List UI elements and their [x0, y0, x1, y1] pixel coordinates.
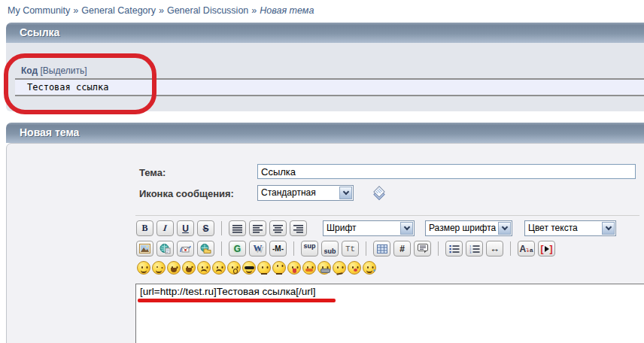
insert-code-button[interactable]: #	[393, 241, 411, 256]
superscript-button[interactable]: sup	[301, 241, 318, 256]
smiley-embarrassed-icon[interactable]	[302, 261, 316, 275]
breadcrumb-separator: »	[73, 5, 78, 16]
numbered-list-icon: 123	[469, 244, 480, 253]
message-icon-select-value: Стандартная	[261, 187, 316, 198]
chevron-down-icon[interactable]	[498, 222, 511, 235]
text-color-select[interactable]: Цвет текста	[524, 220, 616, 236]
font-select-value: Шрифт	[327, 223, 356, 233]
topic-section-header: Ссылка	[6, 23, 644, 43]
text-color-select-value: Цвет текста	[528, 223, 578, 233]
red-curved-arrow-icon: ↴	[524, 247, 530, 253]
chevron-down-icon[interactable]	[400, 222, 413, 235]
hyperlink-button[interactable]	[156, 241, 174, 256]
font-size-select[interactable]: Размер шрифта	[425, 220, 512, 236]
remove-formatting-button[interactable]: A↴a	[518, 241, 535, 256]
strikethrough-button[interactable]: S	[197, 220, 214, 236]
horizontal-rule-button[interactable]: ↔	[486, 241, 503, 256]
subscript-button[interactable]: sub	[321, 241, 339, 256]
code-header: Код [Выделить]	[21, 65, 87, 76]
breadcrumb-separator: »	[251, 5, 257, 16]
bullet-list-button[interactable]	[445, 241, 463, 256]
breadcrumb-link-board[interactable]: General Discussion	[167, 5, 248, 16]
toolbar-separator	[510, 241, 511, 256]
insert-quote-button[interactable]	[414, 241, 431, 256]
chevron-down-icon[interactable]	[602, 222, 615, 235]
smiley-sad-icon[interactable]	[212, 261, 226, 275]
toolbar-divider	[135, 215, 639, 216]
smiley-angry-icon[interactable]	[197, 261, 211, 275]
code-block: Тестовая ссылка	[15, 78, 644, 96]
smiley-cry-icon[interactable]	[363, 261, 376, 275]
code-label: Код	[21, 65, 38, 76]
smiley-smiley-icon[interactable]	[137, 261, 150, 275]
message-icon-label: Иконка сообщения:	[139, 188, 234, 199]
align-center-icon	[273, 224, 284, 233]
smiley-tongue-icon[interactable]	[287, 261, 301, 275]
breadcrumb: My Community»General Category»General Di…	[8, 5, 314, 16]
globe-page-icon	[159, 244, 171, 254]
insert-table-button[interactable]	[373, 241, 390, 256]
toolbar-separator	[221, 241, 222, 256]
quote-icon	[418, 244, 428, 253]
insert-image-button[interactable]	[136, 241, 153, 256]
smiley-grin-icon[interactable]	[182, 261, 196, 275]
svg-text:3: 3	[469, 250, 472, 253]
insert-email-button[interactable]	[177, 241, 194, 256]
chevron-down-icon[interactable]	[339, 187, 352, 199]
align-right-icon	[293, 224, 304, 233]
email-icon	[180, 244, 191, 253]
toolbar-separator	[366, 241, 366, 256]
image-icon	[139, 244, 150, 253]
breadcrumb-link-home[interactable]: My Community	[8, 5, 70, 16]
smiley-strip	[137, 261, 376, 275]
cursor-icon	[545, 246, 549, 252]
align-center-button[interactable]	[269, 220, 287, 236]
preformat-icon	[232, 224, 243, 233]
smiley-cheesy-icon[interactable]	[167, 261, 181, 275]
new-topic-header: Новая тема	[6, 123, 644, 143]
breadcrumb-link-category[interactable]: General Category	[81, 5, 156, 16]
align-left-icon	[253, 224, 263, 233]
glow-button[interactable]: G	[229, 241, 246, 256]
smiley-kiss-icon[interactable]	[348, 261, 361, 275]
standard-post-icon	[372, 186, 387, 201]
message-body-textarea[interactable]: [url=http://test.ru]Тестовая ссылка[/url…	[135, 284, 644, 343]
toggle-bbc-view-button[interactable]: []	[538, 241, 555, 256]
italic-button[interactable]: I	[156, 220, 174, 236]
shadow-button[interactable]: W	[249, 241, 266, 256]
code-select-link[interactable]: [Выделить]	[40, 65, 87, 76]
marquee-button[interactable]: -M-	[269, 241, 287, 256]
align-right-button[interactable]	[290, 220, 307, 236]
smiley-rolleyes-icon[interactable]	[272, 261, 286, 275]
smiley-undecided-icon[interactable]	[333, 261, 346, 275]
toolbar-separator	[438, 241, 439, 256]
toolbar-separator	[293, 241, 294, 256]
font-size-select-value: Размер шрифта	[429, 223, 496, 233]
smiley-shocked-icon[interactable]	[227, 261, 241, 275]
bullet-list-icon	[449, 244, 460, 253]
editor-toolbar-row2: G W -M- sup sub Tt # 123 ↔ A↴a []	[136, 240, 555, 257]
table-icon	[377, 244, 387, 253]
editor-toolbar-row1: B I U S Шрифт Размер шрифта Цвет текста	[136, 220, 616, 237]
teletype-button[interactable]: Tt	[342, 241, 359, 256]
globe-folder-icon	[200, 244, 211, 253]
subject-input[interactable]	[257, 164, 636, 179]
align-left-button[interactable]	[249, 220, 266, 236]
breadcrumb-current: Новая тема	[260, 5, 314, 16]
toolbar-separator	[221, 221, 222, 235]
font-select[interactable]: Шрифт	[323, 220, 415, 236]
smiley-huh-icon[interactable]	[257, 261, 271, 275]
preformat-button[interactable]	[229, 220, 246, 236]
bold-button[interactable]: B	[136, 220, 153, 236]
forum-page: My Community»General Category»General Di…	[0, 0, 644, 343]
topic-section-body: Код [Выделить] Тестовая ссылка	[6, 43, 644, 111]
breadcrumb-separator: »	[159, 5, 164, 16]
underline-button[interactable]: U	[177, 220, 194, 236]
numbered-list-button[interactable]: 123	[466, 241, 483, 256]
subject-label: Тема:	[139, 167, 166, 178]
smiley-cool-icon[interactable]	[242, 261, 256, 275]
message-icon-select[interactable]: Стандартная	[257, 185, 354, 201]
insert-ftp-button[interactable]	[197, 241, 214, 256]
smiley-lipsrsealed-icon[interactable]	[317, 261, 331, 275]
smiley-wink-icon[interactable]	[152, 261, 166, 275]
